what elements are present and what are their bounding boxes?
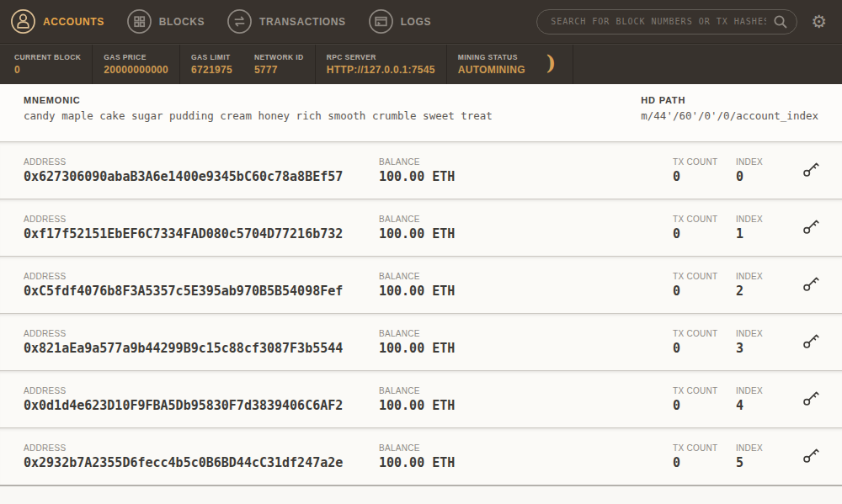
mnemonic-bar: MNEMONIC candy maple cake sugar pudding … <box>0 84 842 141</box>
nav-label-accounts: ACCOUNTS <box>43 16 104 28</box>
tab-logs[interactable]: LOGS <box>368 8 431 34</box>
key-icon <box>801 216 821 239</box>
account-index: 2 <box>736 284 797 299</box>
balance-label: BALANCE <box>379 329 539 338</box>
nav-label-transactions: TRANSACTIONS <box>259 16 346 28</box>
account-address: 0x627306090abaB3A6e1400e9345bC60c78a8BEf… <box>24 169 379 184</box>
account-tx-count: 0 <box>673 341 736 356</box>
stat-value: 6721975 <box>191 64 232 76</box>
index-label: INDEX <box>736 157 797 167</box>
show-keys-button[interactable] <box>797 214 825 242</box>
address-label: ADDRESS <box>24 443 379 453</box>
balance-label: BALANCE <box>379 157 539 167</box>
settings-gear-icon[interactable]: ⚙ <box>811 13 827 30</box>
mining-spinner-icon: ) <box>546 50 556 75</box>
account-index: 3 <box>736 341 797 356</box>
account-address: 0xf17f52151EbEF6C7334FAD080c5704D77216b7… <box>24 226 379 241</box>
tx-count-label: TX COUNT <box>673 329 736 338</box>
account-tx-count: 0 <box>673 226 736 241</box>
stat-value: HTTP://127.0.0.1:7545 <box>327 64 435 76</box>
stat-label: RPC SERVER <box>327 53 435 61</box>
address-label: ADDRESS <box>24 215 379 224</box>
account-row: ADDRESS 0xf17f52151EbEF6C7334FAD080c5704… <box>0 199 842 256</box>
hd-path-value: m/44'/60'/0'/0/account_index <box>641 109 818 122</box>
tx-count-label: TX COUNT <box>673 215 736 224</box>
show-keys-button[interactable] <box>797 271 825 300</box>
key-icon <box>801 273 821 296</box>
index-label: INDEX <box>736 443 797 453</box>
account-tx-count: 0 <box>673 284 736 299</box>
search-input[interactable] <box>536 9 797 34</box>
address-label: ADDRESS <box>24 157 379 167</box>
stat-label: GAS PRICE <box>104 53 168 61</box>
address-label: ADDRESS <box>24 329 379 338</box>
tab-transactions[interactable]: TRANSACTIONS <box>226 8 346 34</box>
stat-label: GAS LIMIT <box>191 53 232 61</box>
stat-gas-price: GAS PRICE 20000000000 <box>93 45 180 84</box>
stat-current-block: CURRENT BLOCK 0 <box>3 45 93 84</box>
account-tx-count: 0 <box>673 169 736 184</box>
tx-count-label: TX COUNT <box>673 157 736 167</box>
stat-network-id: NETWORK ID 5777 <box>243 45 316 84</box>
tx-count-label: TX COUNT <box>673 386 736 395</box>
show-keys-button[interactable] <box>797 443 825 471</box>
search-bar <box>536 9 797 34</box>
balance-label: BALANCE <box>379 215 539 224</box>
stat-label: CURRENT BLOCK <box>14 53 81 61</box>
tab-accounts[interactable]: ACCOUNTS <box>10 8 104 34</box>
tab-blocks[interactable]: BLOCKS <box>126 8 205 34</box>
stat-label: NETWORK ID <box>254 53 304 61</box>
account-tx-count: 0 <box>673 398 736 413</box>
key-icon <box>801 388 821 411</box>
address-label: ADDRESS <box>24 386 379 395</box>
tx-count-label: TX COUNT <box>673 272 736 281</box>
mnemonic-block: MNEMONIC candy maple cake sugar pudding … <box>24 95 493 141</box>
stat-value: 20000000000 <box>104 64 168 76</box>
stat-gas-limit: GAS LIMIT 6721975 <box>180 45 243 84</box>
show-keys-button[interactable] <box>797 157 825 185</box>
mnemonic-label: MNEMONIC <box>24 95 493 105</box>
account-balance: 100.00 ETH <box>379 341 539 356</box>
stat-value: 0 <box>14 64 81 76</box>
account-balance: 100.00 ETH <box>379 455 539 470</box>
accounts-person-icon <box>10 8 36 34</box>
account-address: 0x821aEa9a577a9b44299B9c15c88cf3087F3b55… <box>24 341 379 356</box>
logs-terminal-icon <box>368 8 394 34</box>
search-icon <box>772 13 789 34</box>
key-icon <box>801 159 821 182</box>
accounts-list: ADDRESS 0x627306090abaB3A6e1400e9345bC60… <box>0 141 842 504</box>
account-balance: 100.00 ETH <box>379 226 539 241</box>
account-balance: 100.00 ETH <box>379 398 539 413</box>
key-icon <box>801 445 821 468</box>
stat-label: MINING STATUS <box>458 53 525 61</box>
mnemonic-value: candy maple cake sugar pudding cream hon… <box>24 109 493 122</box>
account-address: 0xC5fdf4076b8F3A5357c5E395ab970B5B54098F… <box>24 284 379 299</box>
account-address: 0x0d1d4e623D10F9FBA5Db95830F7d3839406C6A… <box>24 398 379 413</box>
account-index: 0 <box>736 169 797 184</box>
address-label: ADDRESS <box>24 272 379 281</box>
tx-count-label: TX COUNT <box>673 443 736 453</box>
balance-label: BALANCE <box>379 272 539 281</box>
account-balance: 100.00 ETH <box>379 169 539 184</box>
balance-label: BALANCE <box>379 443 539 453</box>
show-keys-button[interactable] <box>797 385 825 414</box>
stat-rpc-server: RPC SERVER HTTP://127.0.0.1:7545 <box>316 45 447 84</box>
partial-next-row <box>0 486 842 504</box>
account-tx-count: 0 <box>673 455 736 470</box>
nav-label-logs: LOGS <box>401 16 431 28</box>
stat-value: AUTOMINING <box>458 64 525 76</box>
balance-label: BALANCE <box>379 386 539 395</box>
show-keys-button[interactable] <box>797 328 825 357</box>
status-bar: CURRENT BLOCK 0 GAS PRICE 20000000000 GA… <box>0 44 842 84</box>
account-row: ADDRESS 0x0d1d4e623D10F9FBA5Db95830F7d38… <box>0 370 842 427</box>
stat-mining-status: MINING STATUS AUTOMINING <box>447 53 536 76</box>
account-index: 5 <box>736 455 797 470</box>
stat-value: 5777 <box>254 64 304 76</box>
top-nav-bar: ACCOUNTS BLOCKS TRANSACTIONS <box>0 0 842 44</box>
account-balance: 100.00 ETH <box>379 284 539 299</box>
hd-path-label: HD PATH <box>641 95 818 105</box>
account-index: 1 <box>736 226 797 241</box>
account-row: ADDRESS 0x627306090abaB3A6e1400e9345bC60… <box>0 141 842 199</box>
blocks-grid-icon <box>126 8 152 34</box>
index-label: INDEX <box>736 215 797 224</box>
